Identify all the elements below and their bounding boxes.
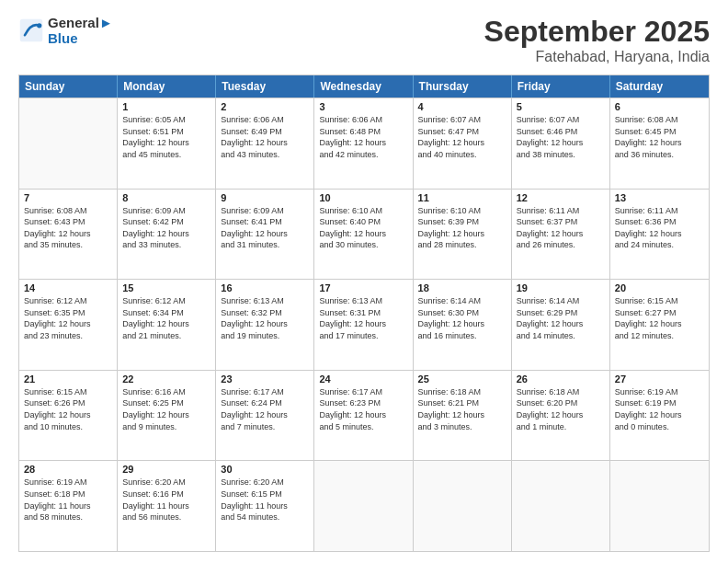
calendar-body: 1Sunrise: 6:05 AM Sunset: 6:51 PM Daylig… — [19, 98, 709, 551]
day-number: 14 — [24, 282, 112, 293]
day-info: Sunrise: 6:19 AM Sunset: 6:18 PM Dayligh… — [24, 477, 112, 523]
calendar-row-2: 14Sunrise: 6:12 AM Sunset: 6:35 PM Dayli… — [19, 279, 709, 370]
weekday-header-thursday: Thursday — [414, 75, 512, 98]
empty-cell-4-3 — [314, 461, 413, 551]
day-info: Sunrise: 6:17 AM Sunset: 6:23 PM Dayligh… — [319, 386, 407, 432]
svg-point-1 — [37, 23, 41, 28]
day-number: 10 — [319, 192, 407, 203]
weekday-header-saturday: Saturday — [610, 75, 709, 98]
day-number: 12 — [517, 192, 605, 203]
day-number: 9 — [221, 192, 309, 203]
day-info: Sunrise: 6:15 AM Sunset: 6:27 PM Dayligh… — [615, 295, 704, 341]
day-number: 1 — [122, 101, 210, 112]
day-info: Sunrise: 6:09 AM Sunset: 6:41 PM Dayligh… — [221, 205, 309, 251]
day-cell-10: 10Sunrise: 6:10 AM Sunset: 6:40 PM Dayli… — [314, 190, 413, 280]
day-info: Sunrise: 6:09 AM Sunset: 6:42 PM Dayligh… — [122, 205, 210, 251]
page: General► Blue September 2025 Fatehabad, … — [0, 0, 728, 563]
day-info: Sunrise: 6:11 AM Sunset: 6:36 PM Dayligh… — [615, 205, 704, 251]
day-info: Sunrise: 6:06 AM Sunset: 6:49 PM Dayligh… — [221, 114, 309, 160]
day-cell-30: 30Sunrise: 6:20 AM Sunset: 6:15 PM Dayli… — [216, 461, 314, 551]
day-number: 25 — [418, 373, 506, 385]
day-cell-25: 25Sunrise: 6:18 AM Sunset: 6:21 PM Dayli… — [414, 371, 512, 461]
logo-icon — [18, 17, 44, 43]
day-info: Sunrise: 6:15 AM Sunset: 6:26 PM Dayligh… — [24, 386, 112, 432]
day-number: 13 — [615, 192, 704, 203]
day-cell-21: 21Sunrise: 6:15 AM Sunset: 6:26 PM Dayli… — [19, 371, 118, 461]
day-number: 11 — [418, 192, 506, 203]
day-number: 30 — [221, 464, 309, 475]
day-cell-6: 6Sunrise: 6:08 AM Sunset: 6:45 PM Daylig… — [610, 98, 709, 189]
day-cell-27: 27Sunrise: 6:19 AM Sunset: 6:19 PM Dayli… — [610, 371, 709, 461]
day-cell-3: 3Sunrise: 6:06 AM Sunset: 6:48 PM Daylig… — [314, 98, 413, 189]
day-number: 26 — [517, 373, 605, 385]
day-cell-9: 9Sunrise: 6:09 AM Sunset: 6:41 PM Daylig… — [216, 190, 314, 280]
day-info: Sunrise: 6:17 AM Sunset: 6:24 PM Dayligh… — [221, 386, 309, 432]
weekday-header-tuesday: Tuesday — [216, 75, 314, 98]
day-info: Sunrise: 6:08 AM Sunset: 6:43 PM Dayligh… — [24, 205, 112, 251]
day-cell-4: 4Sunrise: 6:07 AM Sunset: 6:47 PM Daylig… — [414, 98, 512, 189]
weekday-header-monday: Monday — [118, 75, 216, 98]
svg-rect-0 — [20, 19, 43, 42]
header: General► Blue September 2025 Fatehabad, … — [18, 15, 710, 65]
day-info: Sunrise: 6:10 AM Sunset: 6:39 PM Dayligh… — [418, 205, 506, 251]
day-number: 7 — [24, 192, 112, 203]
day-number: 20 — [615, 282, 704, 293]
day-info: Sunrise: 6:18 AM Sunset: 6:20 PM Dayligh… — [517, 386, 605, 432]
calendar-row-1: 7Sunrise: 6:08 AM Sunset: 6:43 PM Daylig… — [19, 189, 709, 280]
day-info: Sunrise: 6:05 AM Sunset: 6:51 PM Dayligh… — [122, 114, 210, 160]
day-cell-28: 28Sunrise: 6:19 AM Sunset: 6:18 PM Dayli… — [19, 461, 118, 551]
empty-cell-0-0 — [19, 98, 118, 189]
day-cell-16: 16Sunrise: 6:13 AM Sunset: 6:32 PM Dayli… — [216, 280, 314, 370]
day-cell-24: 24Sunrise: 6:17 AM Sunset: 6:23 PM Dayli… — [314, 371, 413, 461]
day-info: Sunrise: 6:08 AM Sunset: 6:45 PM Dayligh… — [615, 114, 704, 160]
day-info: Sunrise: 6:12 AM Sunset: 6:34 PM Dayligh… — [122, 295, 210, 341]
day-info: Sunrise: 6:20 AM Sunset: 6:15 PM Dayligh… — [221, 477, 309, 523]
day-number: 21 — [24, 373, 112, 385]
day-number: 18 — [418, 282, 506, 293]
day-cell-17: 17Sunrise: 6:13 AM Sunset: 6:31 PM Dayli… — [314, 280, 413, 370]
calendar: SundayMondayTuesdayWednesdayThursdayFrid… — [18, 75, 710, 552]
day-cell-11: 11Sunrise: 6:10 AM Sunset: 6:39 PM Dayli… — [414, 190, 512, 280]
day-cell-15: 15Sunrise: 6:12 AM Sunset: 6:34 PM Dayli… — [118, 280, 216, 370]
empty-cell-4-4 — [414, 461, 512, 551]
day-cell-7: 7Sunrise: 6:08 AM Sunset: 6:43 PM Daylig… — [19, 190, 118, 280]
day-number: 23 — [221, 373, 309, 385]
empty-cell-4-5 — [512, 461, 610, 551]
weekday-header-sunday: Sunday — [19, 75, 118, 98]
logo-text: General► Blue — [48, 15, 113, 46]
day-cell-14: 14Sunrise: 6:12 AM Sunset: 6:35 PM Dayli… — [19, 280, 118, 370]
empty-cell-4-6 — [610, 461, 709, 551]
day-info: Sunrise: 6:20 AM Sunset: 6:16 PM Dayligh… — [122, 477, 210, 523]
calendar-row-3: 21Sunrise: 6:15 AM Sunset: 6:26 PM Dayli… — [19, 370, 709, 461]
day-cell-22: 22Sunrise: 6:16 AM Sunset: 6:25 PM Dayli… — [118, 371, 216, 461]
calendar-row-4: 28Sunrise: 6:19 AM Sunset: 6:18 PM Dayli… — [19, 460, 709, 551]
day-cell-1: 1Sunrise: 6:05 AM Sunset: 6:51 PM Daylig… — [118, 98, 216, 189]
day-number: 27 — [615, 373, 704, 385]
day-number: 28 — [24, 464, 112, 475]
day-info: Sunrise: 6:06 AM Sunset: 6:48 PM Dayligh… — [319, 114, 407, 160]
day-number: 24 — [319, 373, 407, 385]
day-number: 15 — [122, 282, 210, 293]
day-info: Sunrise: 6:10 AM Sunset: 6:40 PM Dayligh… — [319, 205, 407, 251]
day-info: Sunrise: 6:12 AM Sunset: 6:35 PM Dayligh… — [24, 295, 112, 341]
day-number: 2 — [221, 101, 309, 112]
day-number: 8 — [122, 192, 210, 203]
day-cell-23: 23Sunrise: 6:17 AM Sunset: 6:24 PM Dayli… — [216, 371, 314, 461]
day-cell-18: 18Sunrise: 6:14 AM Sunset: 6:30 PM Dayli… — [414, 280, 512, 370]
logo: General► Blue — [18, 15, 113, 46]
calendar-header: SundayMondayTuesdayWednesdayThursdayFrid… — [19, 75, 709, 98]
day-number: 17 — [319, 282, 407, 293]
day-cell-13: 13Sunrise: 6:11 AM Sunset: 6:36 PM Dayli… — [610, 190, 709, 280]
day-cell-2: 2Sunrise: 6:06 AM Sunset: 6:49 PM Daylig… — [216, 98, 314, 189]
day-number: 22 — [122, 373, 210, 385]
day-info: Sunrise: 6:13 AM Sunset: 6:31 PM Dayligh… — [319, 295, 407, 341]
day-number: 6 — [615, 101, 704, 112]
weekday-header-wednesday: Wednesday — [314, 75, 413, 98]
day-number: 5 — [517, 101, 605, 112]
day-number: 19 — [517, 282, 605, 293]
day-info: Sunrise: 6:14 AM Sunset: 6:29 PM Dayligh… — [517, 295, 605, 341]
day-info: Sunrise: 6:07 AM Sunset: 6:46 PM Dayligh… — [517, 114, 605, 160]
day-info: Sunrise: 6:07 AM Sunset: 6:47 PM Dayligh… — [418, 114, 506, 160]
day-info: Sunrise: 6:11 AM Sunset: 6:37 PM Dayligh… — [517, 205, 605, 251]
day-number: 29 — [122, 464, 210, 475]
